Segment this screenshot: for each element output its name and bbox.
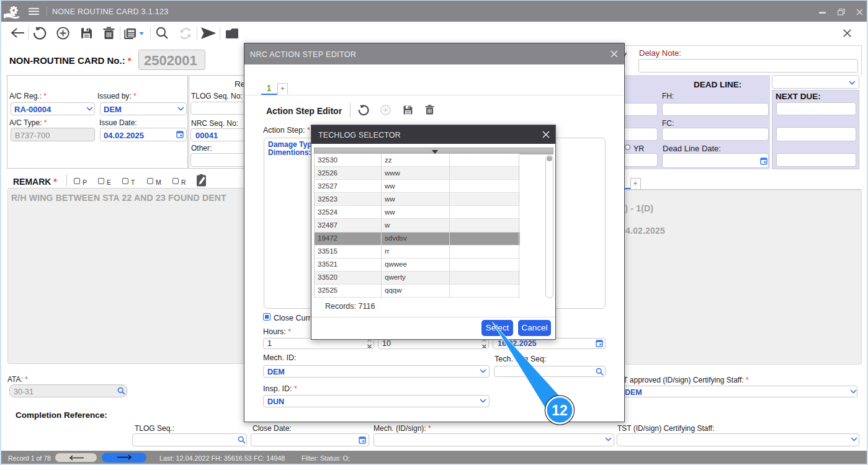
- svg-text:12: 12: [552, 402, 568, 418]
